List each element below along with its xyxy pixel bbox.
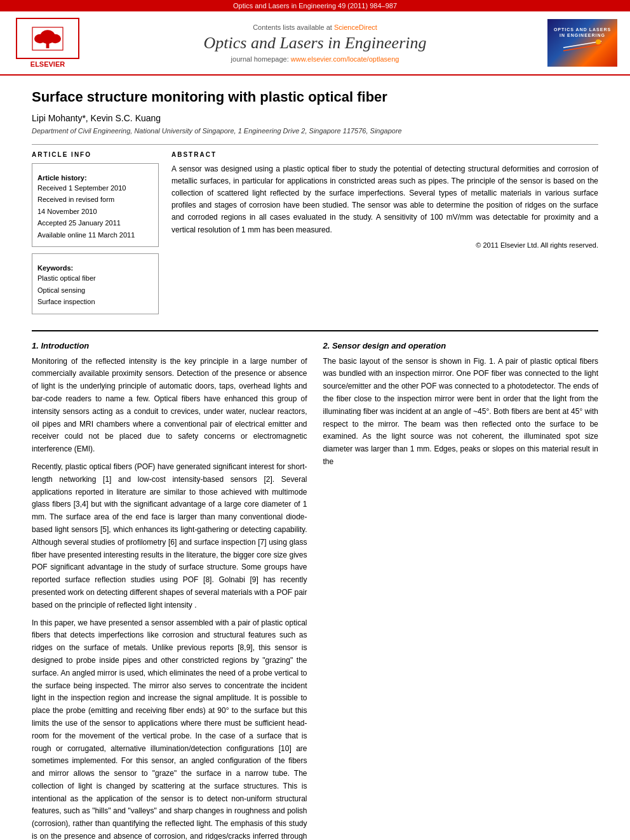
revised-date: 14 November 2010 xyxy=(37,206,153,217)
abstract-panel: ABSTRACT A sensor was designed using a p… xyxy=(171,151,598,321)
header-divider xyxy=(32,144,598,145)
journal-homepage: journal homepage: www.elsevier.com/locat… xyxy=(95,55,535,63)
sciencedirect-link[interactable]: ScienceDirect xyxy=(334,23,377,31)
abstract-heading: ABSTRACT xyxy=(171,151,598,158)
keywords-heading: Keywords: xyxy=(37,264,153,272)
section2-heading: 2. Sensor design and operation xyxy=(323,341,599,350)
journal-citation-bar: Optics and Lasers in Engineering 49 (201… xyxy=(0,0,630,11)
svg-line-6 xyxy=(563,44,601,51)
body-two-col: 1. Introduction Monitoring of the reflec… xyxy=(32,341,598,840)
article-layout: ARTICLE INFO Article history: Received 1… xyxy=(32,151,598,321)
section2-para1: The basic layout of the sensor is shown … xyxy=(323,356,599,469)
paper-title: Surface structure monitoring with plasti… xyxy=(32,88,598,107)
article-info-panel: ARTICLE INFO Article history: Received 1… xyxy=(32,151,159,321)
authors: Lipi Mohanty*, Kevin S.C. Kuang xyxy=(32,113,598,123)
journal-citation-text: Optics and Lasers in Engineering 49 (201… xyxy=(233,2,397,10)
keywords-box: Keywords: Plastic optical fiber Optical … xyxy=(32,253,159,314)
sciencedirect-label: Contents lists available at ScienceDirec… xyxy=(95,23,535,31)
keyword-2: Optical sensing xyxy=(37,285,153,296)
section1-para2: Recently, plastic optical fibers (POF) h… xyxy=(32,461,307,612)
homepage-link[interactable]: www.elsevier.com/locate/optlaseng xyxy=(291,55,399,63)
author-names: Lipi Mohanty*, Kevin S.C. Kuang xyxy=(32,113,161,123)
abstract-text: A sensor was designed using a plastic op… xyxy=(171,163,598,236)
body-divider xyxy=(32,330,598,331)
journal-logo-text: OPTICS AND LASERS IN ENGINEERING xyxy=(554,27,611,60)
journal-title: Optics and Lasers in Engineering xyxy=(95,34,535,53)
journal-header: ELSEVIER Contents lists available at Sci… xyxy=(0,11,630,76)
section2-heading-text: 2. Sensor design and operation xyxy=(323,341,446,350)
section1-heading: 1. Introduction xyxy=(32,341,307,350)
left-column: 1. Introduction Monitoring of the reflec… xyxy=(32,341,307,840)
copyright-notice: © 2011 Elsevier Ltd. All rights reserved… xyxy=(171,241,598,249)
journal-center: Contents lists available at ScienceDirec… xyxy=(83,23,547,63)
svg-point-3 xyxy=(34,34,46,43)
article-history-box: Article history: Received 1 September 20… xyxy=(32,163,159,248)
elsevier-logo: ELSEVIER xyxy=(13,18,83,68)
received-date: Received 1 September 2010 xyxy=(37,183,153,194)
article-info-heading: ARTICLE INFO xyxy=(32,151,159,158)
elsevier-label: ELSEVIER xyxy=(30,60,65,68)
online-date: Available online 11 March 2011 xyxy=(37,230,153,241)
affiliation: Department of Civil Engineering, Nationa… xyxy=(32,127,598,135)
svg-point-7 xyxy=(596,39,601,44)
svg-point-4 xyxy=(50,34,61,43)
accepted-date: Accepted 25 January 2011 xyxy=(37,218,153,229)
section1-para3: In this paper, we have presented a senso… xyxy=(32,617,307,840)
svg-line-5 xyxy=(563,41,601,48)
keyword-3: Surface inspection xyxy=(37,297,153,307)
revised-label: Received in revised form xyxy=(37,194,153,205)
section1-heading-text: 1. Introduction xyxy=(32,341,89,350)
keyword-1: Plastic optical fiber xyxy=(37,273,153,284)
section1-para1: Monitoring of the reflected intensity is… xyxy=(32,356,307,456)
right-column: 2. Sensor design and operation The basic… xyxy=(323,341,599,840)
journal-logo-right: OPTICS AND LASERS IN ENGINEERING xyxy=(547,19,617,67)
history-label: Article history: xyxy=(37,174,153,182)
paper-content: Surface structure monitoring with plasti… xyxy=(0,76,630,840)
elsevier-logo-box xyxy=(16,18,79,59)
